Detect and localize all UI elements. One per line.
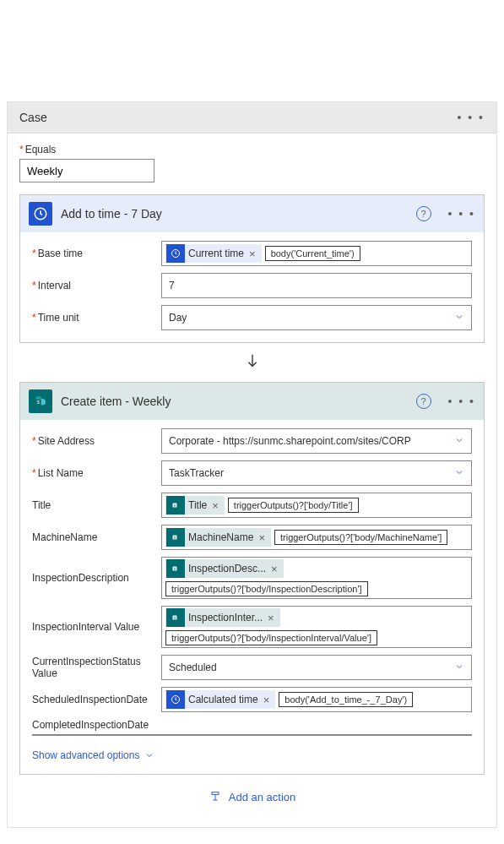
case-header: Case • • • — [8, 102, 496, 133]
list-name-label-wrap: *List Name — [32, 467, 154, 479]
machinename-label: MachineName — [32, 531, 154, 543]
title-token[interactable]: S Title × — [165, 496, 225, 515]
token-remove-icon[interactable]: × — [271, 563, 278, 575]
clock-icon — [166, 690, 185, 709]
create-item-title: Create item - Weekly — [61, 395, 408, 408]
required-star: * — [19, 144, 24, 155]
equals-input[interactable] — [19, 159, 154, 182]
currentstatus-label: CurrentInspectionStatus Value — [32, 656, 154, 680]
timeunit-select[interactable]: Day — [161, 305, 472, 330]
chevron-down-icon — [454, 660, 464, 675]
title-field-label: Title — [32, 499, 154, 511]
equals-label-row: *Equals — [19, 144, 485, 155]
svg-text:S: S — [37, 400, 41, 405]
inspectioninterval-input[interactable]: S InspectionInter... × triggerOutputs()?… — [161, 606, 472, 648]
machinename-token[interactable]: S MachineName × — [165, 528, 271, 547]
case-body: *Equals Add to time - 7 Day ? • • • *Bas… — [8, 133, 496, 827]
inspectioninterval-token[interactable]: S InspectionInter... × — [165, 608, 280, 627]
svg-rect-15 — [212, 792, 219, 795]
token-remove-icon[interactable]: × — [249, 248, 256, 260]
currentstatus-select[interactable]: Scheduled — [161, 655, 472, 680]
base-time-input[interactable]: Current time × body('Current_time') — [161, 241, 472, 266]
list-name-select[interactable]: TaskTracker — [161, 460, 472, 486]
svg-text:S: S — [174, 567, 176, 571]
svg-text:S: S — [174, 536, 176, 540]
base-time-label-wrap: *Base time — [32, 248, 154, 259]
interval-label-wrap: *Interval — [32, 280, 154, 291]
inspectiondesc-token[interactable]: S InspectionDesc... × — [165, 559, 284, 578]
expr-tooltip: triggerOutputs()?['body/InspectionInterv… — [165, 630, 377, 645]
chevron-down-icon — [454, 466, 464, 481]
sharepoint-icon: S — [166, 496, 185, 515]
completeddate-label: CompletedInspectionDate — [32, 719, 472, 731]
help-icon[interactable]: ? — [416, 394, 431, 409]
token-label: InspectionDesc... — [188, 563, 266, 574]
add-to-time-more-menu[interactable]: • • • — [448, 207, 475, 221]
site-address-label: Site Address — [38, 435, 95, 447]
machinename-input[interactable]: S MachineName × triggerOutputs()?['body/… — [161, 525, 472, 550]
inspectiondesc-input[interactable]: S InspectionDesc... × triggerOutputs()?[… — [161, 557, 472, 599]
chevron-down-icon — [144, 750, 154, 760]
token-label: Title — [188, 499, 207, 511]
expr-tooltip: triggerOutputs()?['body/Title'] — [228, 498, 359, 513]
token-remove-icon[interactable]: × — [212, 499, 219, 512]
sharepoint-icon: S — [166, 528, 185, 547]
calculated-time-token[interactable]: Calculated time × — [165, 690, 275, 709]
title-field-input[interactable]: S Title × triggerOutputs()?['body/Title'… — [161, 493, 472, 518]
timeunit-label-wrap: *Time unit — [32, 312, 154, 324]
create-item-card: S Create item - Weekly ? • • • *Site Add… — [19, 382, 485, 775]
list-name-label: List Name — [38, 467, 84, 479]
clock-icon — [166, 244, 185, 263]
equals-label: Equals — [25, 144, 57, 155]
token-remove-icon[interactable]: × — [258, 531, 265, 544]
inspectioninterval-label: InspectionInterval Value — [32, 621, 154, 633]
token-label: Current time — [188, 248, 244, 259]
flow-arrow-icon — [19, 351, 485, 370]
token-remove-icon[interactable]: × — [263, 694, 270, 706]
add-to-time-header[interactable]: Add to time - 7 Day ? • • • — [20, 195, 484, 232]
add-to-time-title: Add to time - 7 Day — [61, 207, 408, 221]
current-time-token[interactable]: Current time × — [165, 244, 262, 263]
chevron-down-icon — [454, 310, 464, 325]
svg-text:S: S — [174, 504, 176, 508]
token-label: MachineName — [188, 531, 253, 543]
create-item-more-menu[interactable]: • • • — [448, 395, 475, 408]
scheduledate-input[interactable]: Calculated time × body('Add_to_time_-_7_… — [161, 687, 472, 712]
case-more-menu[interactable]: • • • — [458, 111, 485, 124]
show-advanced-options-link[interactable]: Show advanced options — [32, 749, 154, 761]
token-remove-icon[interactable]: × — [268, 612, 274, 624]
add-action-icon — [209, 790, 222, 803]
sharepoint-icon: S — [29, 389, 52, 413]
inspectiondesc-label: InspectionDescription — [32, 572, 154, 584]
timeunit-label: Time unit — [38, 312, 79, 324]
add-action-button[interactable]: Add an action — [209, 790, 296, 803]
clock-icon — [29, 202, 52, 226]
token-label: InspectionInter... — [188, 612, 263, 623]
expr-tooltip: triggerOutputs()?['body/InspectionDescri… — [165, 581, 368, 596]
interval-label: Interval — [38, 280, 71, 291]
interval-input[interactable]: 7 — [161, 273, 472, 298]
site-address-label-wrap: *Site Address — [32, 435, 154, 447]
sharepoint-icon: S — [166, 608, 185, 627]
token-label: Calculated time — [188, 694, 258, 705]
sharepoint-icon: S — [166, 559, 185, 578]
expr-tooltip: body('Add_to_time_-_7_Day') — [279, 692, 413, 707]
svg-text:S: S — [174, 616, 176, 620]
case-title: Case — [19, 111, 47, 124]
create-item-header[interactable]: S Create item - Weekly ? • • • — [20, 383, 484, 420]
scheduledate-label: ScheduledInspectionDate — [32, 694, 154, 705]
expr-tooltip: triggerOutputs()?['body/MachineName'] — [274, 530, 447, 545]
expr-tooltip: body('Current_time') — [265, 246, 360, 261]
base-time-label: Base time — [38, 248, 83, 259]
chevron-down-icon — [454, 433, 464, 449]
help-icon[interactable]: ? — [416, 206, 431, 221]
site-address-select[interactable]: Corporate - https://sunmc.sharepoint.com… — [161, 428, 472, 454]
completeddate-input[interactable] — [32, 734, 472, 736]
add-to-time-card: Add to time - 7 Day ? • • • *Base time C… — [19, 194, 485, 343]
